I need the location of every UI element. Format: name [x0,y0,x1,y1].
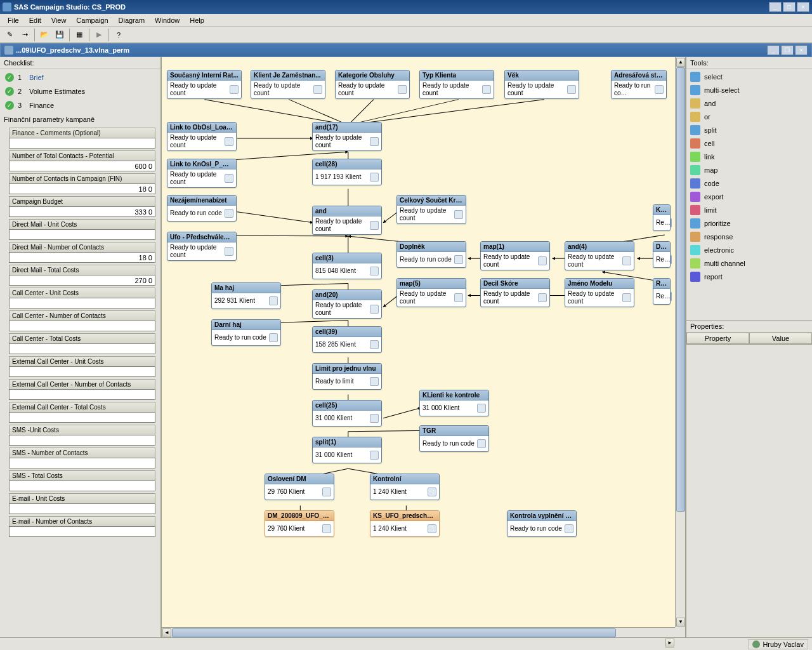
diagram-node[interactable]: Adresářová struk...Ready to run co… [611,70,667,99]
diagram-node[interactable]: Kategorie ObsluhyReady to update count [335,70,410,99]
form-input[interactable] [9,526,155,537]
menu-file[interactable]: File [3,15,24,25]
diagram-node[interactable]: cell(25)31 000 Klient [312,400,382,427]
checklist-item[interactable]: ✓3Finance [3,100,158,111]
form-input[interactable] [9,138,155,149]
form-input[interactable] [9,206,155,217]
tool-grid-icon[interactable]: ▦ [72,28,86,42]
doc-restore-button[interactable]: ❐ [781,45,794,55]
form-input[interactable] [9,252,155,263]
form-input[interactable] [9,321,155,331]
diagram-node[interactable]: Typ KlientaReady to update count [419,70,494,99]
minimize-button[interactable]: _ [769,2,782,12]
diagram-node[interactable]: TGRReady to run code [419,425,489,452]
diagram-node[interactable]: Ufo - Předschválený ...Ready to update c… [167,232,237,261]
diagram-node[interactable]: Oslovení DM29 760 Klient [265,474,334,500]
diagram-node[interactable]: Kontrola vyplnění úd...Ready to run code [507,510,577,537]
tool-flow-icon[interactable]: ⇢ [18,28,32,42]
canvas-hscroll[interactable]: ◄ ► [162,627,675,637]
form-input[interactable] [9,503,155,514]
tool-link[interactable]: link [688,150,811,163]
form-input[interactable] [9,481,155,491]
tool-code[interactable]: code [688,177,811,190]
tool-open-icon[interactable]: 📂 [37,28,51,42]
menu-window[interactable]: Window [150,15,185,25]
diagram-node[interactable]: Současný Interní Rat...Ready to update c… [167,70,242,99]
tool-multi-select[interactable]: multi-select [688,84,811,96]
tool-save-icon[interactable]: 💾 [53,28,67,42]
diagram-node[interactable]: Dat...Re… [653,241,671,268]
form-input[interactable] [9,343,155,354]
diagram-node[interactable]: Link to KnOsl_P_Dire...Ready to update c… [167,159,237,188]
tool-split[interactable]: split [688,124,811,136]
tool-run-icon[interactable]: ▶ [92,28,106,42]
diagram-node[interactable]: Rok...Re… [653,278,671,305]
form-input[interactable] [9,435,155,446]
diagram-node[interactable]: and(4)Ready to update count [565,241,634,270]
menu-help[interactable]: Help [185,15,209,25]
value-col-header[interactable]: Value [749,333,812,344]
tool-electronic[interactable]: electronic [688,244,811,256]
form-input[interactable] [9,275,155,286]
tool-and[interactable]: and [688,97,811,110]
diagram-canvas[interactable]: Současný Interní Rat...Ready to update c… [162,57,685,637]
tool-limit[interactable]: limit [688,204,811,216]
form-input[interactable] [9,298,155,308]
diagram-node[interactable]: KS_UFO_predschv_...1 240 Klient [370,510,440,537]
diagram-node[interactable]: map(1)Ready to update count [480,241,550,270]
diagram-node[interactable]: split(1)31 000 Klient [312,437,382,463]
tool-multi-channel[interactable]: multi channel [688,257,811,270]
tool-prioritize[interactable]: prioritize [688,217,811,230]
menu-campaign[interactable]: Campaign [71,15,113,25]
menu-view[interactable]: View [46,15,72,25]
form-input[interactable] [9,366,155,377]
diagram-node[interactable]: cell(28)1 917 193 Klient [312,159,382,185]
diagram-node[interactable]: map(5)Ready to update count [396,278,466,307]
diagram-node[interactable]: and(17)Ready to update count [312,122,382,151]
tool-help-icon[interactable]: ? [112,28,126,42]
menu-diagram[interactable]: Diagram [114,15,150,25]
diagram-node[interactable]: Decil SkóreReady to update count [480,278,550,307]
diagram-node[interactable]: andReady to update count [312,206,382,235]
diagram-node[interactable]: Limit pro jednu vlnuReady to limit [312,363,382,390]
close-button[interactable]: × [797,2,809,12]
form-input[interactable] [9,412,155,423]
diagram-node[interactable]: Kód ...Re… [653,204,671,231]
checklist-item[interactable]: ✓2Volume Estimates [3,86,158,97]
tool-report[interactable]: report [688,270,811,283]
diagram-node[interactable]: Darní hajReady to run code [211,319,281,346]
maximize-button[interactable]: □ [783,2,796,12]
tool-wizard-icon[interactable]: ✎ [3,28,16,42]
form-input[interactable] [9,458,155,468]
diagram-node[interactable]: KLienti ke kontrole31 000 Klient [419,390,489,416]
form-input[interactable] [9,183,155,194]
checklist-item[interactable]: ✓1Brief [3,72,158,83]
diagram-node[interactable]: Jméno ModeluReady to update count [565,278,634,307]
diagram-node[interactable]: Klient Je Zaměstnan...Ready to update co… [251,70,325,99]
menu-edit[interactable]: Edit [24,15,46,25]
tool-cell[interactable]: cell [688,137,811,150]
tool-map[interactable]: map [688,164,811,176]
diagram-node[interactable]: Celkový Součet Kred...Ready to update co… [396,195,466,224]
form-input[interactable] [9,161,155,171]
form-input[interactable] [9,389,155,400]
tool-or[interactable]: or [688,110,811,123]
doc-minimize-button[interactable]: _ [767,45,780,55]
diagram-node[interactable]: DM_200809_UFO_p...29 760 Klient [265,510,334,537]
tool-export[interactable]: export [688,190,811,203]
tool-response[interactable]: response [688,230,811,243]
diagram-node[interactable]: DoplněkReady to run code [396,241,466,268]
doc-close-button[interactable]: × [795,45,808,55]
diagram-node[interactable]: cell(3)815 048 Klient [312,253,382,279]
property-col-header[interactable]: Property [686,333,749,344]
diagram-node[interactable]: Ma haj292 931 Klient [211,282,281,309]
diagram-node[interactable]: VěkReady to update count [504,70,579,99]
diagram-node[interactable]: Link to ObOsl_LoansReady to update count [167,122,237,151]
canvas-vscroll[interactable]: ▲ ▼ [675,57,685,627]
diagram-node[interactable]: cell(39)158 285 Klient [312,326,382,353]
diagram-node[interactable]: Kontrolní1 240 Klient [370,474,440,500]
form-input[interactable] [9,229,155,240]
diagram-node[interactable]: Nezájem/nenabízetReady to run code [167,195,237,222]
diagram-node[interactable]: and(20)Ready to update count [312,289,382,319]
tool-select[interactable]: select [688,70,811,83]
